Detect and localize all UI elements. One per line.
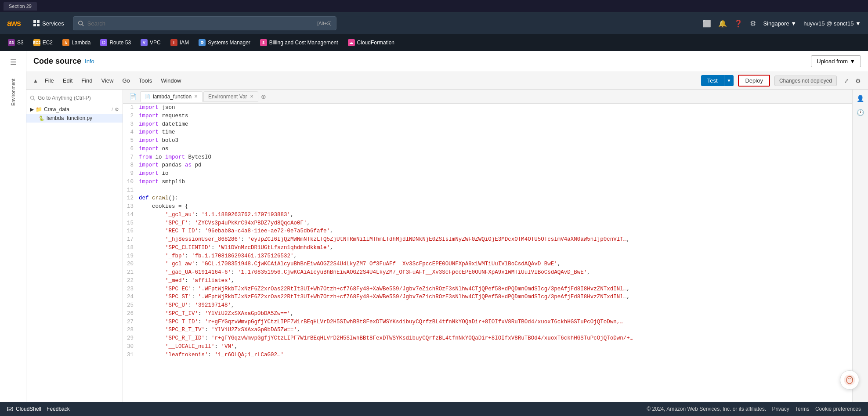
services-label: Services bbox=[42, 20, 64, 27]
menu-find[interactable]: Find bbox=[78, 76, 96, 85]
bottom-right: © 2024, Amazon Web Services, Inc. or its… bbox=[647, 406, 861, 412]
code-line: 1 import json bbox=[123, 104, 852, 112]
browser-tab[interactable]: Section 29 bbox=[4, 2, 37, 11]
main-layout: ☰ Environment Code source Info Upload fr… bbox=[0, 51, 868, 402]
cloudshell-icon bbox=[7, 406, 13, 412]
code-line: 31 'leaftokenis': '1_r6OLQA;1_rLCaG02…' bbox=[123, 351, 852, 359]
folder-icon: 📁 bbox=[36, 106, 42, 112]
folder-separator: / bbox=[112, 107, 113, 112]
copyright-text: © 2024, Amazon Web Services, Inc. or its… bbox=[647, 406, 766, 412]
feedback-link[interactable]: Feedback bbox=[47, 406, 70, 412]
iam-label: IAM bbox=[180, 40, 189, 46]
fullscreen-icon[interactable]: ⤢ bbox=[842, 76, 851, 86]
tab1-label: lambda_function bbox=[153, 94, 192, 100]
folder-craw-data[interactable]: ▶ 📁 Craw_data / ⚙ bbox=[26, 105, 123, 114]
toolbar-collapse-icon[interactable]: ▲ bbox=[32, 76, 40, 85]
tab-lambda-function[interactable]: 📄 lambda_function ✕ bbox=[140, 91, 203, 102]
folder-gear-icon[interactable]: ⚙ bbox=[115, 107, 119, 112]
file-lambda-function[interactable]: 🐍 lambda_function.py bbox=[26, 114, 123, 123]
shortcut-s3[interactable]: S3 S3 bbox=[4, 37, 28, 48]
settings-icon[interactable]: ⚙ bbox=[750, 19, 756, 28]
svg-rect-1 bbox=[37, 20, 40, 23]
code-line: 25 'SPC_U': '392197148', bbox=[123, 301, 852, 310]
menu-edit[interactable]: Edit bbox=[59, 76, 76, 85]
file-search-input[interactable] bbox=[38, 95, 119, 101]
svg-line-5 bbox=[82, 25, 83, 26]
code-line: 8 import pandas as pd bbox=[123, 161, 852, 170]
terminal-icon[interactable]: ⬜ bbox=[702, 19, 711, 28]
right-panel-history-icon[interactable]: 🕐 bbox=[855, 107, 866, 118]
file-tree-search[interactable] bbox=[26, 93, 123, 103]
right-panel-user-icon[interactable]: 👤 bbox=[855, 93, 866, 104]
folder-expand-icon: ▶ bbox=[30, 106, 34, 112]
search-shortcut: [Alt+S] bbox=[317, 21, 332, 26]
code-line: 23 'SPC_EC': '.WFptWjRkbTJxNzF6Z2xrOas22… bbox=[123, 285, 852, 293]
tab2-label: Environment Var bbox=[208, 94, 247, 100]
user-menu[interactable]: huyvv15 @ sonct15 ▼ bbox=[803, 20, 861, 27]
menu-view[interactable]: View bbox=[98, 76, 117, 85]
code-line: 7 from io import BytesIO bbox=[123, 153, 852, 162]
code-line: 28 'SPC_R_T_IV': 'YlViU2ZxSXAxaGp0bDA5Zw… bbox=[123, 326, 852, 334]
left-sidebar: ☰ Environment bbox=[0, 51, 26, 402]
search-input[interactable] bbox=[87, 20, 314, 27]
svg-rect-3 bbox=[37, 24, 40, 26]
tab-environment-var[interactable]: Environment Var ✕ bbox=[203, 91, 258, 102]
code-source-header: Code source Info Upload from ▼ bbox=[26, 51, 868, 72]
new-file-icon[interactable]: 📄 bbox=[127, 93, 139, 100]
code-line: 4 import time bbox=[123, 128, 852, 137]
cloudshell-button[interactable]: CloudShell bbox=[7, 406, 41, 412]
shortcut-ec2[interactable]: EC2 EC2 bbox=[29, 37, 57, 48]
shortcut-lambda[interactable]: λ Lambda bbox=[58, 37, 95, 48]
changes-badge: Changes not deployed bbox=[774, 76, 837, 86]
iam-icon: I bbox=[170, 39, 177, 46]
help-icon[interactable]: ❓ bbox=[734, 19, 743, 28]
code-line: 6 import os bbox=[123, 145, 852, 153]
info-link[interactable]: Info bbox=[85, 58, 94, 65]
menu-file[interactable]: File bbox=[41, 76, 58, 85]
python-file-icon: 🐍 bbox=[39, 116, 45, 121]
code-line: 11 bbox=[123, 186, 852, 195]
test-dropdown-button[interactable]: ▼ bbox=[724, 75, 734, 86]
test-button-group: Test ▼ bbox=[701, 75, 734, 86]
claude-ai-icon[interactable] bbox=[840, 370, 859, 390]
shortcut-systems[interactable]: ⚙ Systems Manager bbox=[194, 37, 255, 48]
shortcut-billing[interactable]: $ Billing and Cost Management bbox=[256, 37, 343, 48]
terms-link[interactable]: Terms bbox=[795, 406, 810, 412]
shortcut-cloudformation[interactable]: ☁ CloudFormation bbox=[344, 37, 399, 48]
nav-right: ⬜ 🔔 ❓ ⚙ Singapore ▼ huyvv15 @ sonct15 ▼ bbox=[702, 19, 861, 28]
billing-label: Billing and Cost Management bbox=[269, 40, 338, 46]
settings-gear-icon[interactable]: ⚙ bbox=[854, 76, 863, 86]
sidebar-toggle[interactable]: ☰ bbox=[7, 54, 20, 70]
svg-point-4 bbox=[79, 21, 83, 25]
cookie-prefs-link[interactable]: Cookie preferences bbox=[815, 406, 861, 412]
test-button[interactable]: Test bbox=[701, 75, 724, 86]
search-bar[interactable]: [Alt+S] bbox=[73, 16, 336, 30]
ec2-icon: EC2 bbox=[33, 39, 40, 46]
services-button[interactable]: Services bbox=[30, 18, 68, 29]
aws-logo-text: aws bbox=[7, 19, 25, 28]
cloudformation-label: CloudFormation bbox=[357, 40, 394, 46]
shortcut-iam[interactable]: I IAM bbox=[166, 37, 193, 48]
menu-go[interactable]: Go bbox=[119, 76, 134, 85]
menu-window[interactable]: Window bbox=[157, 76, 184, 85]
code-editor: 📄 📄 lambda_function ✕ Environment Var ✕ … bbox=[123, 90, 852, 402]
add-tab-icon[interactable]: ⊕ bbox=[259, 93, 268, 100]
svg-rect-2 bbox=[33, 24, 36, 26]
code-content[interactable]: 1 import json 2 import requests 3 import… bbox=[123, 104, 852, 402]
upload-from-button[interactable]: Upload from ▼ bbox=[811, 55, 861, 67]
tab1-close-icon[interactable]: ✕ bbox=[194, 94, 198, 99]
code-line: 13 cookies = { bbox=[123, 203, 852, 211]
route53-label: Route 53 bbox=[109, 40, 131, 46]
tab2-close-icon[interactable]: ✕ bbox=[250, 94, 253, 99]
shortcut-route53[interactable]: ⬡ Route 53 bbox=[96, 37, 135, 48]
menu-tools[interactable]: Tools bbox=[135, 76, 156, 85]
vpc-icon: V bbox=[141, 39, 148, 46]
shortcut-vpc[interactable]: V VPC bbox=[136, 37, 165, 48]
folder-name: Craw_data bbox=[44, 106, 110, 112]
code-line: 30 '__LOCALE_null': 'VN', bbox=[123, 343, 852, 351]
region-selector[interactable]: Singapore ▼ bbox=[763, 20, 796, 27]
bell-icon[interactable]: 🔔 bbox=[718, 19, 727, 28]
s3-label: S3 bbox=[17, 40, 24, 46]
deploy-button[interactable]: Deploy bbox=[738, 75, 770, 87]
privacy-link[interactable]: Privacy bbox=[772, 406, 789, 412]
